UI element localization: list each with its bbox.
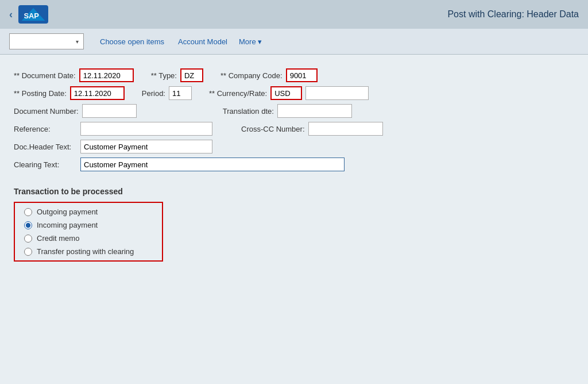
- radio-transfer-input[interactable]: [24, 248, 32, 256]
- row-clearing-text: Clearing Text:: [14, 158, 574, 171]
- type-label: * Type:: [151, 71, 177, 80]
- currency-input[interactable]: [270, 86, 302, 100]
- field-translation-dte: Translation dte:: [223, 104, 352, 118]
- radio-incoming-label: Incoming payment: [37, 221, 98, 229]
- row-document-date: * Document Date: * Type: * Company Code:: [14, 68, 574, 82]
- reference-label: Reference:: [14, 125, 77, 133]
- type-input[interactable]: [180, 68, 203, 82]
- radio-incoming-payment[interactable]: Incoming payment: [24, 221, 153, 229]
- account-model-button[interactable]: Account Model: [171, 35, 234, 48]
- more-label: More: [239, 37, 256, 46]
- field-reference: Reference:: [14, 122, 212, 136]
- chevron-down-icon: ▾: [258, 37, 262, 46]
- radio-credit-label: Credit memo: [37, 234, 79, 243]
- clearing-text-input[interactable]: [80, 158, 345, 171]
- crosscc-label: Cross-CC Number:: [241, 125, 305, 133]
- radio-transfer-posting[interactable]: Transfer posting with clearing: [24, 247, 153, 256]
- reference-input[interactable]: [80, 122, 212, 136]
- page-title: Post with Clearing: Header Data: [447, 9, 579, 20]
- main-content: * Document Date: * Type: * Company Code:…: [0, 55, 588, 273]
- crosscc-input[interactable]: [308, 122, 383, 136]
- period-label: Period:: [142, 89, 165, 98]
- field-document-number: Document Number:: [14, 104, 137, 118]
- header-left: ‹ SAP: [9, 5, 48, 24]
- field-document-date: * Document Date:: [14, 68, 134, 82]
- choose-open-items-button[interactable]: Choose open items: [93, 35, 171, 48]
- radio-credit-input[interactable]: [24, 235, 32, 243]
- transaction-radio-group: Outgoing payment Incoming payment Credit…: [14, 202, 163, 262]
- translation-dte-input[interactable]: [277, 104, 352, 118]
- company-code-input[interactable]: [286, 68, 318, 82]
- transaction-title: Transaction to be processed: [14, 187, 574, 196]
- chevron-down-icon: ▾: [76, 39, 79, 45]
- row-document-number: Document Number: Translation dte:: [14, 104, 574, 118]
- period-input[interactable]: [169, 86, 192, 100]
- document-number-input[interactable]: [82, 104, 137, 118]
- document-date-input[interactable]: [79, 68, 134, 82]
- row-reference: Reference: Cross-CC Number:: [14, 122, 574, 136]
- document-number-label: Document Number:: [14, 107, 79, 116]
- field-period: Period:: [142, 86, 192, 100]
- toolbar: ▾ Choose open items Account Model More ▾: [0, 29, 588, 55]
- back-button[interactable]: ‹: [9, 9, 13, 21]
- field-currency: * Currency/Rate:: [209, 86, 369, 100]
- row-doc-header-text: Doc.Header Text:: [14, 140, 574, 153]
- radio-credit-memo[interactable]: Credit memo: [24, 234, 153, 243]
- field-posting-date: * Posting Date:: [14, 86, 125, 100]
- field-crosscc: Cross-CC Number:: [241, 122, 383, 136]
- svg-text:SAP: SAP: [24, 11, 39, 20]
- sap-logo: SAP: [18, 5, 48, 24]
- toolbar-dropdown[interactable]: ▾: [9, 33, 84, 49]
- radio-transfer-label: Transfer posting with clearing: [37, 247, 134, 256]
- header-bar: ‹ SAP Post with Clearing: Header Data: [0, 0, 588, 29]
- posting-date-input[interactable]: [70, 86, 125, 100]
- translation-dte-label: Translation dte:: [223, 107, 274, 116]
- currency-rate-extra-input[interactable]: [305, 86, 369, 100]
- document-date-label: * Document Date:: [14, 71, 76, 80]
- radio-outgoing-input[interactable]: [24, 208, 32, 216]
- row-posting-date: * Posting Date: Period: * Currency/Rate:: [14, 86, 574, 100]
- posting-date-label: * Posting Date:: [14, 89, 67, 98]
- clearing-text-label: Clearing Text:: [14, 160, 77, 169]
- more-button[interactable]: More ▾: [234, 35, 266, 48]
- radio-outgoing-payment[interactable]: Outgoing payment: [24, 208, 153, 216]
- currency-rate-label: * Currency/Rate:: [209, 89, 267, 98]
- radio-outgoing-label: Outgoing payment: [37, 208, 98, 216]
- field-company-code: * Company Code:: [220, 68, 318, 82]
- form-fields: * Document Date: * Type: * Company Code:…: [14, 66, 574, 178]
- transaction-section: Transaction to be processed Outgoing pay…: [14, 187, 574, 262]
- doc-header-text-label: Doc.Header Text:: [14, 143, 77, 151]
- field-type: * Type:: [151, 68, 203, 82]
- radio-incoming-input[interactable]: [24, 221, 32, 229]
- company-code-label: * Company Code:: [220, 71, 283, 80]
- doc-header-text-input[interactable]: [80, 140, 212, 153]
